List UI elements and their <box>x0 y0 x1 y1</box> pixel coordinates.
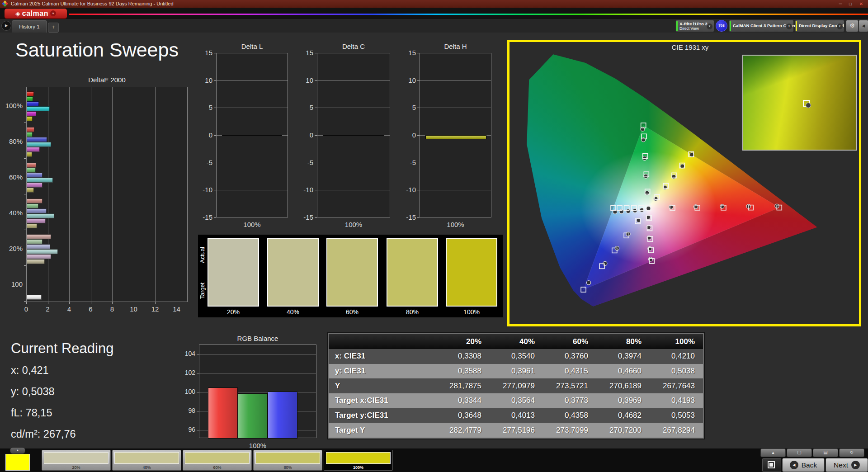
delta_c-y-tick <box>315 80 317 81</box>
toolbar-button-printer[interactable]: ▤ <box>813 448 838 457</box>
delta-e-bar <box>27 213 54 218</box>
calman-menu-button[interactable]: ◈ calman ▾ <box>5 9 67 19</box>
delta_c-y-label: -15 <box>295 213 313 221</box>
delta-e-y-label: 80% <box>0 137 23 145</box>
table-cell: 0,3648 <box>436 411 490 420</box>
delta-e-x-label: 2 <box>41 305 55 313</box>
patch-button-40%[interactable]: 40% <box>112 450 181 471</box>
meter-profile-badge[interactable]: 708 <box>716 20 727 32</box>
delta_c-gridline <box>317 108 390 108</box>
reading-line-3: cd/m²: 267,76 <box>11 428 76 440</box>
delta_h-gridline <box>420 80 491 81</box>
table-header-cell: 60% <box>543 337 596 346</box>
delta-e-gridline <box>155 87 156 302</box>
delta_l-y-tick <box>214 217 216 218</box>
delta_c-y-tick <box>315 163 317 163</box>
delta-e-y-tick <box>24 265 26 266</box>
table-cell: 267,7643 <box>650 382 703 391</box>
rgb-y-label: 100 <box>176 388 195 395</box>
delta-e-bar <box>27 234 51 239</box>
table-cell: 0,4682 <box>596 411 650 420</box>
table-row-y-cie31: y: CIE310,35880,39610,43150,46600,5038 <box>329 364 703 379</box>
patch-button-swatch <box>255 452 320 464</box>
tab-history-1[interactable]: History 1 <box>12 20 47 33</box>
delta-e-x-tick <box>155 302 156 304</box>
reading-line-1: y: 0,5038 <box>11 386 55 398</box>
close-icon[interactable]: ✕ <box>856 0 866 8</box>
delta-e-bar <box>27 106 50 111</box>
next-arrow-icon: ▶ <box>851 461 860 469</box>
table-cell: 0,3969 <box>596 396 650 405</box>
delta_c-y-label: 5 <box>295 104 313 111</box>
table-row-x-cie31: x: CIE310,33080,35400,37600,39740,4210 <box>329 349 703 364</box>
delta_c-gridline <box>317 190 390 190</box>
delta-e-bar <box>27 116 33 121</box>
patch-button-80%[interactable]: 80% <box>253 450 322 471</box>
delta_l-y-label: 15 <box>194 49 212 57</box>
patch-swatch-label: 100% <box>446 308 497 316</box>
app-icon <box>2 0 8 7</box>
display-control-dropdown[interactable]: Direct Display Control ▼ <box>795 20 844 32</box>
back-button[interactable]: ◀ Back <box>782 458 825 472</box>
toolbar-button-refresh[interactable]: ↻ <box>839 448 864 457</box>
delta-e-x-tick <box>26 302 27 304</box>
patch-button-100%[interactable]: 100% <box>324 450 393 471</box>
settings-button[interactable]: ⚙ <box>846 20 859 32</box>
patch-swatch-20% <box>208 238 259 307</box>
delta-e-x-label: 8 <box>105 305 119 313</box>
meter-dropdown[interactable]: X-Rite i1Pro 3 Direct View ▼ <box>675 20 714 32</box>
rgb-y-label: 102 <box>176 369 195 376</box>
table-cell: 0,4315 <box>543 367 596 376</box>
patch-swatch-80% <box>387 238 438 307</box>
patch-swatch-label: 40% <box>267 308 319 316</box>
delta-e-x-tick <box>134 302 134 304</box>
add-tab-button[interactable]: + <box>48 23 59 33</box>
delta_c-y-label: -5 <box>295 159 313 166</box>
delta-e-y-label: 20% <box>0 245 23 252</box>
delta-e-bar <box>27 218 46 223</box>
stop-button[interactable] <box>762 458 781 472</box>
table-cell: 0,5038 <box>650 367 703 376</box>
gear-icon: ⚙ <box>849 22 855 29</box>
actual-row-label: Actual <box>199 238 206 272</box>
delta-e-x-label: 0 <box>19 305 33 313</box>
calman-diamond-icon: ◈ <box>15 10 20 17</box>
table-cell: 282,4779 <box>436 426 490 435</box>
collapse-panel-button[interactable]: ◀ <box>859 20 868 32</box>
delta_c-title: Delta C <box>317 42 390 50</box>
chevron-down-icon: ▼ <box>707 24 712 29</box>
delta_c-y-tick <box>315 53 317 53</box>
cie-zoom-inset <box>742 55 857 151</box>
delta-e-bar <box>27 254 51 259</box>
rgb-balance-title: RGB Balance <box>199 335 316 342</box>
delta-e-x-tick <box>177 302 177 304</box>
calman-app: Calman 2025 Calman Ultimate for Business… <box>0 0 868 472</box>
patch-button-20%[interactable]: 20% <box>42 450 111 471</box>
rgb-y-label: 96 <box>176 426 195 433</box>
maximize-icon[interactable]: □ <box>845 0 855 8</box>
pattern-generator-dropdown[interactable]: CalMAN Client 3 Pattern Generator ▼ <box>729 20 794 32</box>
minimize-icon[interactable]: ─ <box>835 0 845 8</box>
delta_c-x-label: 100% <box>317 221 390 228</box>
table-row-label: Target y:CIE31 <box>329 411 436 420</box>
delta-e-x-label: 14 <box>170 305 184 313</box>
delta_c-y-tick <box>315 108 317 108</box>
delta-e-x-label: 10 <box>127 305 141 313</box>
delta-e-y-label: 60% <box>0 173 23 181</box>
delta_h-bar <box>425 135 486 139</box>
expand-toolbar-button[interactable]: ▲ <box>10 447 25 454</box>
table-cell: 0,3974 <box>596 352 650 361</box>
patch-button-60%[interactable]: 60% <box>183 450 252 471</box>
delta-e-bar <box>27 96 33 101</box>
patch-button-label: 100% <box>324 464 392 470</box>
toolbar-button-eject[interactable]: ▴ <box>760 448 786 457</box>
chevron-down-icon: ▼ <box>837 24 843 29</box>
delta-e-bar <box>27 208 47 213</box>
delta_c-y-label: 0 <box>295 131 313 139</box>
panel-expander-button[interactable]: ▶ <box>1 21 11 31</box>
delta_h-y-tick <box>417 217 420 218</box>
next-button[interactable]: Next ▶ <box>826 458 868 472</box>
table-cell: 0,4358 <box>543 411 596 420</box>
toolbar-button-display[interactable]: ▢ <box>787 448 812 457</box>
delta-e-y-tick <box>24 87 26 87</box>
